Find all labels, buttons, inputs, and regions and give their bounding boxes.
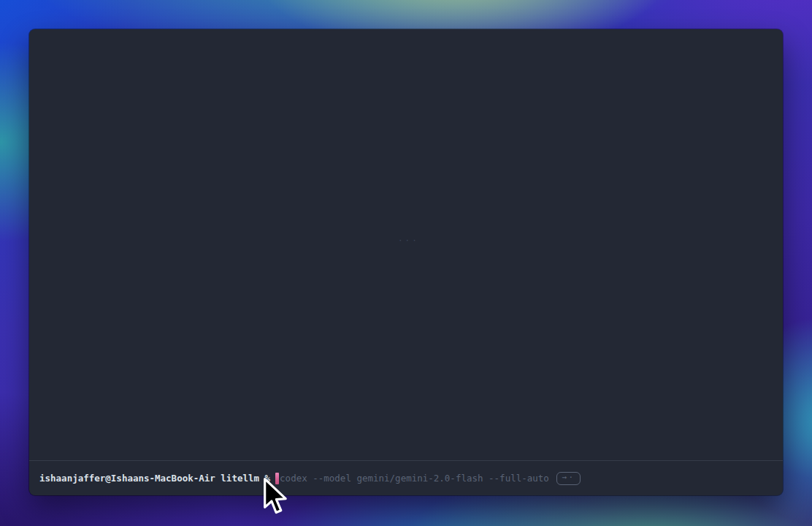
desktop-wallpaper: ··· ishaanjaffer@Ishaans-MacBook-Air lit… xyxy=(0,0,812,526)
terminal-output-area[interactable]: ··· xyxy=(29,29,783,460)
faint-ellipsis-text: ··· xyxy=(398,236,419,245)
autosuggestion-text: codex --model gemini/gemini-2.0-flash --… xyxy=(280,473,549,484)
shell-prompt-text: ishaanjaffer@Ishaans-MacBook-Air litellm… xyxy=(39,473,270,484)
text-cursor xyxy=(275,473,279,484)
right-arrow-key-icon: →· xyxy=(556,472,581,485)
terminal-window[interactable]: ··· ishaanjaffer@Ishaans-MacBook-Air lit… xyxy=(29,29,783,495)
command-prompt-bar[interactable]: ishaanjaffer@Ishaans-MacBook-Air litellm… xyxy=(29,461,783,495)
